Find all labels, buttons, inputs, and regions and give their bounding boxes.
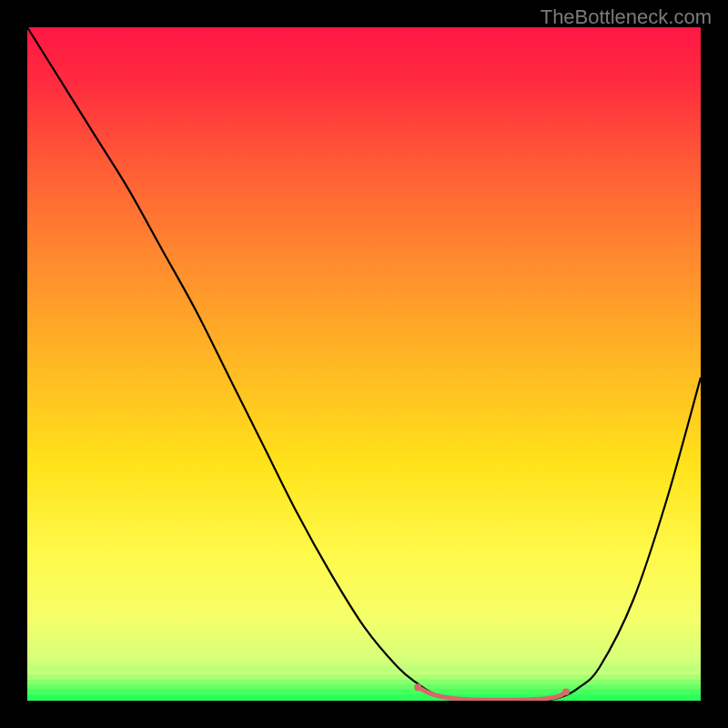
watermark-text: TheBottleneck.com xyxy=(541,5,712,29)
bottleneck-curve xyxy=(27,27,701,701)
curve-layer xyxy=(27,27,701,701)
chart-plot-area xyxy=(27,27,701,701)
optimal-zone-endpoint xyxy=(562,688,570,695)
optimal-zone-endpoint xyxy=(414,683,421,691)
optimal-zone-markers xyxy=(414,683,570,700)
optimal-zone-line xyxy=(418,687,566,700)
